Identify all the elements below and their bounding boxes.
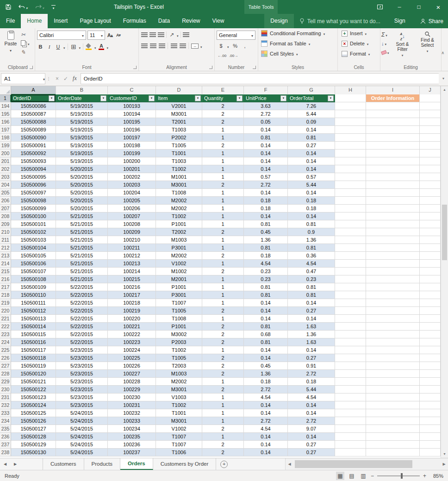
row-header-206[interactable]: 206 (0, 197, 11, 205)
sheet-tab-customers-by-order[interactable]: Customers by Order (153, 458, 217, 470)
table-header-orderdate[interactable]: OrderDate▼ (56, 94, 108, 102)
vertical-scroll-thumb[interactable] (442, 205, 447, 260)
row-header-201[interactable]: 201 (0, 157, 11, 165)
cell[interactable]: 5/19/2015 (56, 118, 108, 126)
cell[interactable]: 150500096 (11, 181, 56, 189)
cell[interactable]: 1 (202, 126, 244, 134)
cell[interactable]: 0.81 (288, 244, 335, 252)
cell[interactable] (335, 354, 366, 362)
cell[interactable]: 0.14 (288, 212, 335, 220)
cell[interactable]: 2 (202, 228, 244, 236)
cell[interactable]: T2003 (156, 362, 202, 370)
cell[interactable] (420, 252, 441, 260)
cell[interactable] (335, 102, 366, 110)
cell[interactable]: 1.36 (244, 236, 288, 244)
cell[interactable]: 0.81 (244, 220, 288, 228)
cell[interactable]: 2 (202, 110, 244, 118)
cell[interactable]: 2 (202, 323, 244, 331)
cell-h1[interactable] (335, 94, 366, 102)
cell[interactable] (420, 173, 441, 181)
cell[interactable]: 0.23 (244, 275, 288, 283)
cell[interactable] (335, 323, 366, 331)
cell[interactable]: 0.14 (244, 307, 288, 315)
cell[interactable]: 150500112 (11, 307, 56, 315)
merge-center-caret-icon[interactable] (200, 42, 202, 50)
cell[interactable]: 150500106 (11, 260, 56, 268)
cell[interactable]: 150500087 (11, 110, 56, 118)
cell[interactable]: 0.45 (244, 228, 288, 236)
cell[interactable]: 0.18 (288, 197, 335, 205)
cell[interactable]: 5/19/2015 (56, 157, 108, 165)
cell[interactable] (420, 134, 441, 142)
cell[interactable] (420, 441, 441, 449)
align-middle-icon[interactable] (149, 31, 156, 38)
cell[interactable]: 0.47 (288, 268, 335, 275)
cell[interactable] (420, 307, 441, 315)
cell[interactable] (366, 370, 420, 378)
cell[interactable]: 100203 (108, 181, 156, 189)
currency-format-icon[interactable]: $ (218, 42, 224, 50)
row-header-205[interactable]: 205 (0, 189, 11, 197)
cell[interactable]: 0.27 (288, 354, 335, 362)
cell[interactable]: 1 (202, 157, 244, 165)
cell[interactable]: 150500108 (11, 275, 56, 283)
cell[interactable]: 0.14 (244, 441, 288, 449)
cell[interactable]: 150500126 (11, 417, 56, 425)
cell[interactable]: 1 (202, 283, 244, 291)
cell[interactable] (420, 157, 441, 165)
align-left-icon[interactable] (141, 42, 148, 50)
cell[interactable] (420, 323, 441, 331)
cell[interactable]: 5/19/2015 (56, 150, 108, 157)
cell[interactable] (335, 433, 366, 441)
cell[interactable]: 4.54 (244, 394, 288, 401)
cell[interactable]: 5/23/2015 (56, 401, 108, 409)
cell[interactable] (366, 323, 420, 331)
cell[interactable]: 0.14 (244, 401, 288, 409)
cell[interactable]: 2 (202, 268, 244, 275)
cell[interactable] (366, 401, 420, 409)
cell[interactable] (366, 173, 420, 181)
page-break-view-icon[interactable] (359, 472, 367, 480)
cell[interactable]: 5/24/2015 (56, 417, 108, 425)
cell[interactable]: 2.72 (244, 181, 288, 189)
row-header-202[interactable]: 202 (0, 165, 11, 173)
cell[interactable]: 1.63 (288, 338, 335, 346)
cell[interactable]: 0.14 (244, 142, 288, 150)
cell[interactable] (420, 126, 441, 134)
cell[interactable] (420, 260, 441, 268)
cell[interactable]: 150500128 (11, 433, 56, 441)
row-header-215[interactable]: 215 (0, 268, 11, 275)
cell[interactable] (335, 291, 366, 299)
cell[interactable] (335, 189, 366, 197)
cell[interactable]: 0.91 (288, 362, 335, 370)
bold-button[interactable]: B (37, 43, 44, 50)
cell[interactable]: 0.09 (288, 118, 335, 126)
font-color-caret-icon[interactable] (107, 43, 109, 51)
cell[interactable]: 1.36 (244, 370, 288, 378)
cell[interactable]: 0.81 (244, 134, 288, 142)
cell[interactable]: 150500101 (11, 220, 56, 228)
insert-function-icon[interactable]: fx (73, 75, 77, 82)
cell[interactable]: 5/22/2015 (56, 331, 108, 338)
cell[interactable] (420, 425, 441, 433)
cell[interactable]: 1 (202, 433, 244, 441)
row-header-204[interactable]: 204 (0, 181, 11, 189)
cell[interactable]: 1 (202, 197, 244, 205)
cell[interactable] (420, 338, 441, 346)
cell[interactable] (420, 102, 441, 110)
horizontal-scroll-track[interactable] (293, 458, 440, 470)
cell[interactable]: 5/19/2015 (56, 110, 108, 118)
cell[interactable]: 1.36 (288, 331, 335, 338)
cell[interactable]: 5/19/2015 (56, 126, 108, 134)
cell[interactable]: 100223 (108, 338, 156, 346)
row-header-228[interactable]: 228 (0, 370, 11, 378)
horizontal-scroll-thumb[interactable] (295, 460, 412, 468)
row-header-222[interactable]: 222 (0, 323, 11, 331)
cell[interactable]: 5/23/2015 (56, 346, 108, 354)
cell[interactable]: 1 (202, 275, 244, 283)
cell[interactable]: 100226 (108, 362, 156, 370)
cell[interactable]: 2 (202, 338, 244, 346)
cell[interactable] (366, 228, 420, 236)
cell[interactable] (366, 449, 420, 456)
row-header-221[interactable]: 221 (0, 315, 11, 323)
